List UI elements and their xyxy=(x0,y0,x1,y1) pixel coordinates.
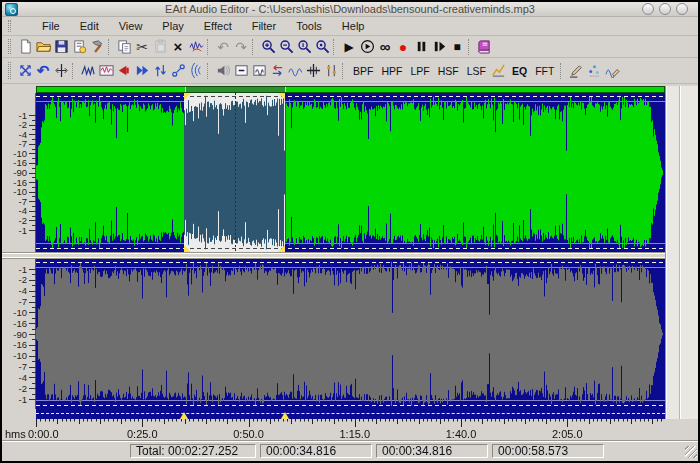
fade-in-button[interactable] xyxy=(115,62,133,80)
db-label: -2 xyxy=(19,275,27,284)
db-label: -4 xyxy=(19,373,27,382)
pause-button[interactable] xyxy=(412,38,430,56)
waveform-left-channel[interactable] xyxy=(36,93,665,252)
menu-filter[interactable]: Filter xyxy=(242,18,286,34)
menu-edit[interactable]: Edit xyxy=(70,18,109,34)
db-label: -90 xyxy=(13,168,27,177)
file-properties-button[interactable] xyxy=(70,38,88,56)
toolbar-separator xyxy=(72,63,77,79)
delete-silence-button[interactable] xyxy=(232,62,250,80)
zoom-full-button[interactable] xyxy=(295,38,313,56)
db-label: -7 xyxy=(19,139,27,148)
denoise-button[interactable] xyxy=(585,62,603,80)
pitch-button[interactable] xyxy=(322,62,340,80)
db-label: -4 xyxy=(19,206,27,215)
menu-help[interactable]: Help xyxy=(332,18,375,34)
center-marker-button[interactable] xyxy=(52,62,70,80)
fft-button[interactable]: FFT xyxy=(531,65,558,77)
filter-chart-button[interactable] xyxy=(490,62,508,80)
chorus-button[interactable] xyxy=(304,62,322,80)
selection-end-marker[interactable] xyxy=(281,412,289,419)
close-button[interactable] xyxy=(676,3,688,15)
waveform-panel: -1-2-4-7-10-16-90-16-10-7-4-2-1 -1-2-4-7… xyxy=(2,84,698,441)
reverse-button[interactable] xyxy=(268,62,286,80)
menu-file[interactable]: File xyxy=(32,18,70,34)
overview-bar[interactable] xyxy=(36,86,665,93)
menu-gripper[interactable] xyxy=(8,20,11,33)
trim-button[interactable] xyxy=(187,38,205,56)
cut-button[interactable]: ✂ xyxy=(133,38,151,56)
zoom-out-button[interactable] xyxy=(277,38,295,56)
db-label: -1 xyxy=(19,395,27,404)
ruler-unit: hms xyxy=(5,428,26,440)
ruler-label: 1:15.0 xyxy=(339,428,370,440)
help-button[interactable] xyxy=(475,38,493,56)
fade-out-button[interactable] xyxy=(133,62,151,80)
draw-wave-button[interactable] xyxy=(603,62,621,80)
toolbar-separator xyxy=(108,39,113,55)
waveform-draw-button[interactable] xyxy=(567,62,585,80)
play-all-button[interactable] xyxy=(358,38,376,56)
stretch-button[interactable] xyxy=(151,62,169,80)
db-label: -90 xyxy=(13,330,27,339)
toolbar-separator xyxy=(207,39,212,55)
toolbar-separator xyxy=(468,39,473,55)
marker-line xyxy=(36,413,665,414)
menu-play[interactable]: Play xyxy=(152,18,193,34)
insert-noise-button[interactable] xyxy=(250,62,268,80)
zoom-in-button[interactable] xyxy=(259,38,277,56)
loop-button[interactable]: ∞ xyxy=(376,38,394,56)
eq-button[interactable]: EQ xyxy=(508,65,531,77)
selection-marker-strip[interactable] xyxy=(36,409,665,419)
stop-button[interactable]: ■ xyxy=(448,38,466,56)
status-position: 00:00:34.816 xyxy=(260,444,372,458)
waveform-right-channel[interactable] xyxy=(36,259,665,409)
paste-button[interactable] xyxy=(151,38,169,56)
menu-tools[interactable]: Tools xyxy=(286,18,332,34)
menu-effect[interactable]: Effect xyxy=(194,18,242,34)
copy-button[interactable] xyxy=(115,38,133,56)
zoom-selection-button[interactable] xyxy=(313,38,331,56)
maximize-button[interactable] xyxy=(659,3,671,15)
open-file-button[interactable] xyxy=(34,38,52,56)
normalize-button[interactable] xyxy=(97,62,115,80)
toolbar-gripper[interactable] xyxy=(8,39,11,54)
undo-button[interactable]: ↶ xyxy=(214,38,232,56)
filter-bpf-button[interactable]: BPF xyxy=(349,65,377,77)
amplify-button[interactable] xyxy=(79,62,97,80)
toolbar2-gripper[interactable] xyxy=(8,62,11,80)
toolbar-separator xyxy=(207,63,212,79)
delete-button[interactable]: × xyxy=(169,38,187,56)
resize-grip[interactable] xyxy=(685,446,697,458)
filter-hpf-button[interactable]: HPF xyxy=(377,65,406,77)
revert-button[interactable]: ↶ xyxy=(34,62,52,80)
play-button[interactable]: ▶ xyxy=(340,38,358,56)
menu-view[interactable]: View xyxy=(109,18,153,34)
record-button[interactable]: ● xyxy=(394,38,412,56)
swap-channels-button[interactable] xyxy=(16,62,34,80)
flanger-button[interactable] xyxy=(286,62,304,80)
redo-button[interactable]: ↷ xyxy=(232,38,250,56)
status-total: Total: 00:02:27.252 xyxy=(130,444,256,458)
toolbar-separator xyxy=(560,63,565,79)
play-step-button[interactable] xyxy=(430,38,448,56)
toolbar-effects: ↶BPFHPFLPFHSFLSFEQFFT xyxy=(2,58,698,84)
silence-button[interactable] xyxy=(214,62,232,80)
db-scale-left-channel: -1-2-4-7-10-16-90-16-10-7-4-2-1 xyxy=(2,93,36,252)
new-file-button[interactable] xyxy=(16,38,34,56)
filter-lpf-button[interactable]: LPF xyxy=(406,65,433,77)
selection-start-marker[interactable] xyxy=(180,412,188,419)
time-ruler[interactable]: hms 0:00.00:25.00:50.01:15.01:40.02:05.0 xyxy=(2,419,698,441)
filter-hsf-button[interactable]: HSF xyxy=(434,65,463,77)
channel-divider[interactable] xyxy=(2,252,698,259)
toolbar-separator xyxy=(342,63,347,79)
echo-button[interactable] xyxy=(187,62,205,80)
tools-hammer-button[interactable] xyxy=(88,38,106,56)
mix-button[interactable] xyxy=(169,62,187,80)
toolbar-separator xyxy=(252,39,257,55)
minimize-button[interactable] xyxy=(642,3,654,15)
filter-lsf-button[interactable]: LSF xyxy=(463,65,490,77)
menu-bar: FileEditViewPlayEffectFilterToolsHelp xyxy=(2,17,698,36)
db-label: -1 xyxy=(19,226,27,235)
save-file-button[interactable] xyxy=(52,38,70,56)
